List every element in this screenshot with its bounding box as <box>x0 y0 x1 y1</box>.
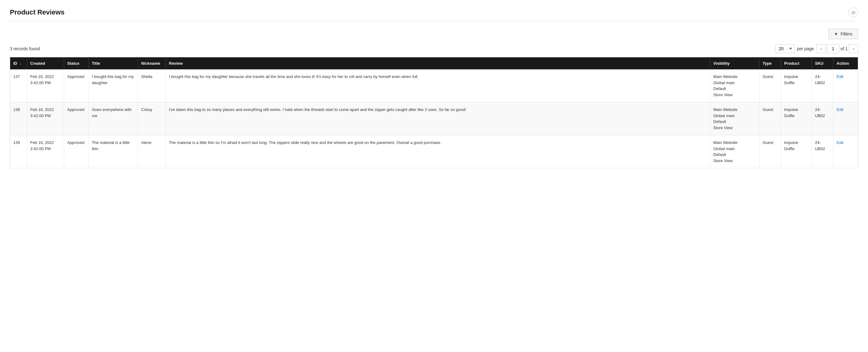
table-row: 137 Feb 16, 2022 3:42:00 PM Approved I b… <box>10 69 858 102</box>
cell-product: Impulse Duffle <box>781 69 812 102</box>
records-count: 3 records found <box>10 46 40 51</box>
cell-product: Impulse Duffle <box>781 102 812 135</box>
cell-product: Impulse Duffle <box>781 135 812 168</box>
filters-label: Filters <box>841 31 852 36</box>
cell-sku: 24-UB02 <box>812 102 834 135</box>
cell-title: I bought this bag for my daughter <box>89 69 138 102</box>
collapse-button[interactable]: ⊙ <box>848 7 858 17</box>
cell-visibility: Main WebsiteGlobal mainDefaultStore View <box>710 69 760 102</box>
cell-title: Goes everywhere with me <box>89 102 138 135</box>
col-header-sku: SKU <box>812 57 834 70</box>
cell-id: 137 <box>10 69 27 102</box>
cell-status: Approved <box>64 102 89 135</box>
col-header-id[interactable]: ID ↓ <box>10 57 27 70</box>
col-header-status: Status <box>64 57 89 70</box>
per-page-label: per page <box>797 46 814 51</box>
col-header-review: Review <box>166 57 710 70</box>
filters-button[interactable]: ▼ Filters <box>828 29 858 39</box>
edit-link[interactable]: Edit <box>837 140 843 145</box>
table-row: 139 Feb 16, 2022 3:42:00 PM Approved The… <box>10 135 858 168</box>
col-header-created: Created <box>27 57 64 70</box>
pagination-row: 3 records found 20 30 50 100 200 per pag… <box>10 44 858 53</box>
edit-link[interactable]: Edit <box>837 107 843 112</box>
page-of-label: of 1 <box>841 46 848 51</box>
reviews-table: ID ↓ Created Status Title Nickname Revie… <box>10 57 858 168</box>
cell-review: I bought this bag for my daughter becaus… <box>166 69 710 102</box>
cell-visibility: Main WebsiteGlobal mainDefaultStore View <box>710 102 760 135</box>
cell-type: Guest <box>760 69 781 102</box>
cell-created: Feb 16, 2022 3:42:00 PM <box>27 69 64 102</box>
cell-review: The material is a little thin so I'm afr… <box>166 135 710 168</box>
cell-nickname: Alene <box>138 135 166 168</box>
col-id-label: ID <box>13 61 17 66</box>
pagination-controls: 20 30 50 100 200 per page ‹ of 1 › <box>775 44 858 53</box>
filter-icon: ▼ <box>834 32 838 36</box>
cell-status: Approved <box>64 69 89 102</box>
cell-nickname: Shella <box>138 69 166 102</box>
col-header-product: Product <box>781 57 812 70</box>
cell-nickname: Crissy <box>138 102 166 135</box>
cell-id: 139 <box>10 135 27 168</box>
cell-visibility: Main WebsiteGlobal mainDefaultStore View <box>710 135 760 168</box>
cell-created: Feb 16, 2022 3:42:00 PM <box>27 102 64 135</box>
cell-action: Edit <box>834 135 858 168</box>
page-title: Product Reviews <box>10 8 64 16</box>
cell-title: The material is a little thin <box>89 135 138 168</box>
col-header-nickname: Nickname <box>138 57 166 70</box>
per-page-dropdown[interactable]: 20 30 50 100 200 <box>775 44 795 53</box>
cell-action: Edit <box>834 69 858 102</box>
col-header-title: Title <box>89 57 138 70</box>
table-body: 137 Feb 16, 2022 3:42:00 PM Approved I b… <box>10 69 858 168</box>
cell-status: Approved <box>64 135 89 168</box>
cell-review: I've taken this bag to so many places an… <box>166 102 710 135</box>
page-number-input[interactable] <box>827 44 839 53</box>
edit-link[interactable]: Edit <box>837 74 843 79</box>
col-header-type: Type <box>760 57 781 70</box>
cell-id: 138 <box>10 102 27 135</box>
per-page-select: 20 30 50 100 200 per page <box>775 44 814 53</box>
cell-created: Feb 16, 2022 3:42:00 PM <box>27 135 64 168</box>
cell-action: Edit <box>834 102 858 135</box>
next-page-button[interactable]: › <box>849 44 858 53</box>
page-nav: ‹ of 1 › <box>816 44 858 53</box>
sort-arrow-id: ↓ <box>20 62 22 65</box>
cell-sku: 24-UB02 <box>812 69 834 102</box>
page-container: Product Reviews ⊙ ▼ Filters 3 records fo… <box>0 0 868 176</box>
col-header-visibility: Visibility <box>710 57 760 70</box>
cell-type: Guest <box>760 135 781 168</box>
cell-sku: 24-UB02 <box>812 135 834 168</box>
prev-page-button[interactable]: ‹ <box>816 44 826 53</box>
col-header-action: Action <box>834 57 858 70</box>
toolbar: ▼ Filters <box>10 29 858 39</box>
page-header: Product Reviews ⊙ <box>10 7 858 21</box>
table-row: 138 Feb 16, 2022 3:42:00 PM Approved Goe… <box>10 102 858 135</box>
table-header-row: ID ↓ Created Status Title Nickname Revie… <box>10 57 858 70</box>
cell-type: Guest <box>760 102 781 135</box>
